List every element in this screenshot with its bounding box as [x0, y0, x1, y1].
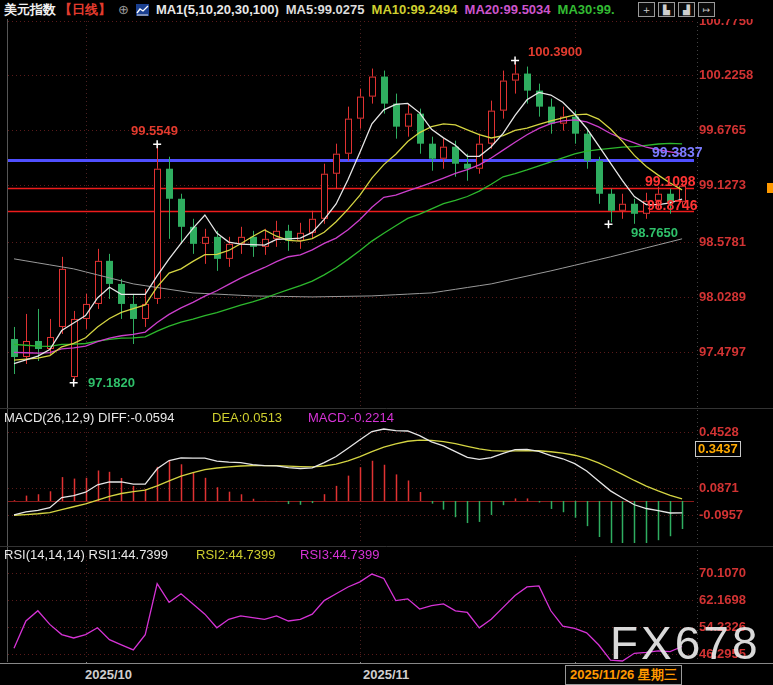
price-chart-canvas[interactable]	[0, 0, 773, 685]
axis-label: -0.0957	[699, 508, 743, 522]
ma30-value: MA30:99.	[558, 2, 615, 17]
chart-pane-left-icon[interactable]: ▙	[658, 2, 675, 17]
x-label-oct: 2025/10	[85, 667, 132, 682]
add-indicator-icon[interactable]: ⊕	[118, 2, 129, 17]
x-label-nov: 2025/11	[363, 667, 409, 682]
macd-dea-value: DEA:0.0513	[212, 411, 282, 425]
annotation-high-2: 100.3900	[528, 45, 582, 59]
axis-label: 98.5781	[699, 235, 746, 249]
macd-title: MACD(26,12,9) DIFF:-0.0594	[4, 411, 175, 425]
annotation-high-1: 99.5549	[131, 124, 178, 138]
chart-pane-play-icon[interactable]: ▟	[678, 2, 695, 17]
axis-label: 62.1698	[699, 593, 746, 607]
axis-label: 70.1070	[699, 566, 746, 580]
red-level-label-2: 98.8746	[647, 198, 698, 212]
axis-label: 0.4528	[699, 425, 739, 439]
axis-label: 99.6765	[699, 123, 746, 137]
axis-label: 98.0289	[699, 290, 746, 304]
rsi3-value: RSI3:44.7399	[300, 548, 380, 562]
axis-label: 97.4797	[699, 345, 746, 359]
red-level-label-1: 99.1098	[645, 174, 696, 188]
axis-label: 99.1273	[699, 178, 746, 192]
axis-label: 100.2258	[699, 68, 753, 82]
ma5-value: MA5:99.0275	[286, 2, 365, 17]
rsi2-value: RSI2:44.7399	[196, 548, 276, 562]
macd-macd-value: MACD:-0.2214	[308, 411, 394, 425]
mini-chart-icon	[136, 4, 149, 16]
blue-level-label: 99.3837	[652, 145, 703, 159]
rsi-title: RSI(14,14,14) RSI1:44.7399	[4, 548, 168, 562]
ma10-value: MA10:99.2494	[372, 2, 458, 17]
axis-label: 0.0871	[699, 481, 739, 495]
ma20-value: MA20:99.5034	[465, 2, 551, 17]
chart-window: 美元指数 【日线】 ⊕ MA1(5,10,20,30,100) MA5:99.0…	[0, 0, 773, 685]
fx678-watermark: FX678	[610, 616, 761, 670]
collapse-right-icon[interactable]: ↦	[698, 2, 715, 17]
chart-toolbar: + ▙ ▟ ↦	[638, 2, 715, 17]
symbol-name: 美元指数	[4, 1, 56, 19]
axis-label: 0.3437	[695, 441, 741, 457]
period-label: 【日线】	[59, 1, 111, 19]
ma-settings-label: MA1(5,10,20,30,100)	[156, 2, 279, 17]
annotation-low-1: 98.7650	[631, 226, 678, 240]
annotation-low-2: 97.1820	[88, 376, 135, 390]
crosshair-tool-icon[interactable]: +	[638, 2, 655, 17]
